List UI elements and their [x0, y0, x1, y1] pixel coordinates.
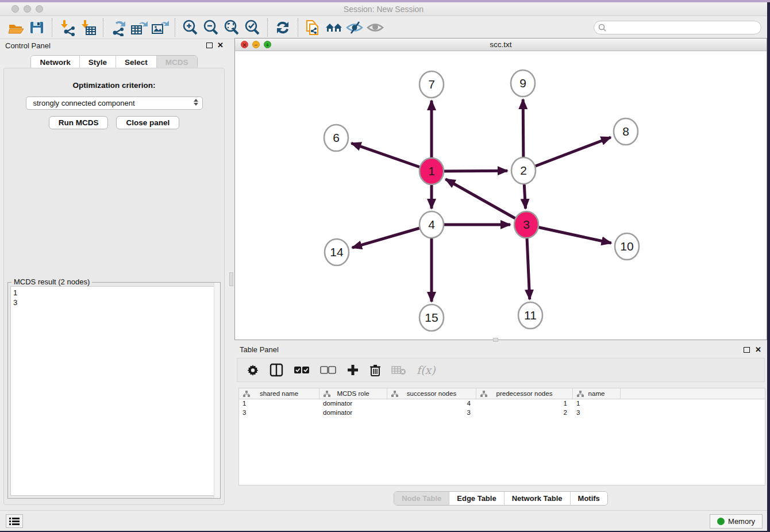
tab-network-table[interactable]: Network Table [505, 492, 571, 505]
save-session-icon[interactable] [26, 18, 47, 37]
export-table-icon[interactable] [129, 18, 149, 37]
main-toolbar [0, 17, 767, 39]
column-header-successor-nodes[interactable]: successor nodes [387, 388, 476, 399]
zoom-out-icon[interactable] [201, 18, 221, 37]
close-panel-button[interactable]: Close panel [116, 116, 179, 129]
edge-3-10[interactable] [526, 225, 611, 243]
column-header-name[interactable]: name [573, 388, 621, 399]
table-header-row: shared nameMCDS rolesuccessor nodesprede… [239, 388, 765, 399]
zoom-in-icon[interactable] [180, 18, 201, 37]
horizontal-splitter-handle[interactable] [493, 338, 498, 342]
vertical-splitter-handle[interactable] [229, 272, 233, 286]
svg-text:9: 9 [519, 76, 526, 90]
memory-button[interactable]: Memory [710, 514, 763, 529]
open-file-icon[interactable] [6, 18, 26, 37]
zoom-fit-icon[interactable] [221, 18, 242, 37]
close-panel-icon[interactable]: ✕ [217, 41, 224, 49]
table-cell[interactable]: 3 [387, 408, 476, 418]
float-panel-icon[interactable] [206, 43, 213, 48]
hide-details-icon[interactable] [344, 18, 365, 37]
mcds-tab-content: Optimization criterion: strongly connect… [3, 68, 225, 505]
graph-node-10[interactable]: 10 [615, 233, 639, 260]
column-header-predecessor-nodes[interactable]: predecessor nodes [476, 388, 573, 399]
column-header-MCDS-role[interactable]: MCDS role [319, 388, 387, 399]
refresh-icon[interactable] [272, 18, 293, 37]
graph-node-9[interactable]: 9 [511, 70, 535, 97]
mcds-result-scrollbar[interactable] [214, 283, 220, 498]
toolbar-separator [103, 18, 103, 37]
tab-node-table[interactable]: Node Table [394, 492, 449, 505]
table-panel-title: Table Panel [240, 345, 279, 354]
run-mcds-button[interactable]: Run MCDS [49, 116, 109, 129]
table-tabs: Node TableEdge TableNetwork TableMotifs [234, 491, 767, 506]
first-neighbors-icon[interactable] [324, 18, 344, 37]
import-network-icon[interactable] [57, 18, 78, 37]
table-cell[interactable]: 1 [476, 399, 573, 408]
toolbar-separator [267, 18, 268, 37]
edge-2-8[interactable] [523, 137, 611, 171]
table-row[interactable]: 3dominator323 [239, 408, 765, 418]
table-cell[interactable]: 1 [573, 399, 621, 408]
toolbar-separator [298, 18, 298, 37]
select-all-checkboxes-icon[interactable] [294, 366, 310, 374]
control-panel-header: Control Panel ✕ [0, 39, 228, 54]
graph-node-2[interactable]: 2 [511, 157, 536, 184]
tab-style[interactable]: Style [80, 56, 116, 69]
graph-node-4[interactable]: 4 [419, 211, 444, 238]
svg-text:8: 8 [622, 125, 629, 138]
table-cell[interactable]: 1 [239, 399, 319, 408]
graph-node-1[interactable]: 1 [419, 158, 444, 184]
edge-3-1[interactable] [445, 179, 526, 225]
table-cell[interactable]: 3 [573, 408, 621, 418]
tab-network[interactable]: Network [31, 56, 79, 69]
table-cell[interactable]: 2 [476, 408, 573, 418]
table-cell[interactable]: dominator [319, 408, 387, 418]
table-float-panel-icon[interactable] [744, 347, 750, 353]
search-input[interactable] [594, 21, 761, 34]
graph-node-6[interactable]: 6 [324, 125, 348, 151]
table-cell[interactable]: 3 [239, 408, 319, 418]
node-table: shared nameMCDS rolesuccessor nodesprede… [238, 388, 765, 485]
tab-edge-table[interactable]: Edge Table [449, 492, 504, 505]
table-cell[interactable]: 4 [387, 399, 476, 408]
column-header-shared-name[interactable]: shared name [239, 388, 319, 399]
tab-motifs[interactable]: Motifs [571, 492, 607, 505]
graph-node-14[interactable]: 14 [325, 239, 349, 265]
show-details-icon[interactable] [365, 18, 386, 37]
control-panel-title: Control Panel [5, 41, 51, 50]
duplicate-network-icon[interactable] [303, 18, 324, 37]
svg-text:1: 1 [428, 164, 435, 178]
graph-node-8[interactable]: 8 [614, 118, 638, 145]
table-cell[interactable]: dominator [319, 399, 387, 408]
vertical-splitter[interactable] [228, 39, 234, 510]
graph-node-15[interactable]: 15 [419, 304, 444, 331]
tab-mcds[interactable]: MCDS [157, 56, 197, 69]
graph-node-3[interactable]: 3 [514, 211, 538, 238]
svg-text:15: 15 [425, 311, 438, 324]
network-canvas[interactable]: 7968124314101511 [235, 51, 767, 340]
column-layout-icon[interactable] [270, 363, 283, 377]
import-table-icon[interactable] [78, 18, 98, 37]
svg-text:3: 3 [523, 218, 530, 231]
export-image-icon[interactable] [149, 18, 170, 37]
network-window-titlebar: ✕ − + scc.txt [235, 38, 767, 51]
add-column-icon[interactable] [346, 364, 359, 376]
svg-text:4: 4 [428, 218, 435, 231]
new-network-icon[interactable] [108, 18, 129, 37]
select-stepper-icon [194, 99, 198, 106]
zoom-selected-icon[interactable] [242, 18, 263, 37]
table-close-panel-icon[interactable]: ✕ [755, 345, 761, 354]
tab-select[interactable]: Select [116, 56, 157, 69]
search-icon [598, 24, 606, 32]
deselect-checkboxes-icon[interactable] [320, 366, 336, 374]
graph-node-7[interactable]: 7 [419, 71, 444, 98]
gear-icon[interactable] [247, 364, 259, 376]
task-history-button[interactable] [6, 514, 23, 528]
table-row[interactable]: 1dominator411 [239, 399, 765, 408]
memory-status-icon [717, 518, 725, 525]
network-window-title: scc.txt [235, 40, 767, 49]
graph-node-11[interactable]: 11 [518, 302, 542, 329]
delete-icon[interactable] [369, 364, 381, 376]
optimization-criterion-select[interactable]: strongly connected component [26, 97, 203, 110]
mcds-result-textarea[interactable]: 1 3 [10, 286, 218, 496]
